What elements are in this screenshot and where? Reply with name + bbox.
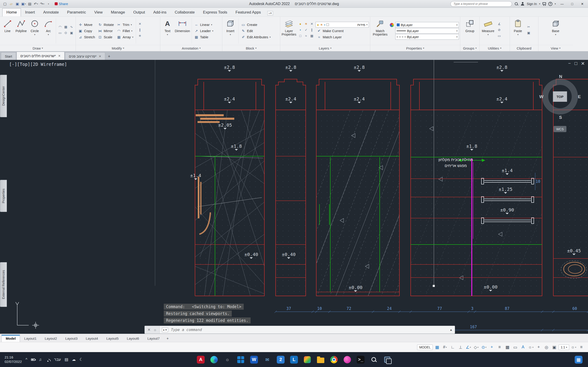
linetype-dropdown[interactable]: ByLayer▾ (395, 34, 459, 40)
linkedin-app[interactable]: L (289, 354, 299, 365)
text-button[interactable]: A Text▾ (162, 18, 173, 44)
cut-icon[interactable]: ✂ (527, 25, 530, 31)
modify-fillet-button[interactable]: ◠Fillet▾ (115, 28, 135, 34)
paste-button[interactable]: Paste▾ (511, 18, 525, 44)
start-button[interactable] (235, 354, 246, 365)
layer-walk-icon[interactable]: ∥ (311, 28, 313, 34)
media-app[interactable] (342, 354, 353, 365)
erase-icon[interactable]: ✕ (138, 22, 141, 28)
create-block-button[interactable]: ▭Create (240, 22, 272, 28)
ortho-icon[interactable]: ⊥ (457, 344, 464, 351)
plot-icon[interactable]: ▤ (27, 1, 33, 7)
utilities-panel-title[interactable]: Utilities▾ (480, 45, 510, 51)
count-icon[interactable]: ▭ (498, 34, 501, 40)
viewport-close-icon[interactable]: ✕ (581, 61, 585, 66)
layer-match-icon[interactable]: ≈ (305, 34, 307, 40)
group-button[interactable]: Group (463, 18, 477, 44)
save-as-icon[interactable]: ▣▾ (20, 1, 27, 7)
file-tab-close-icon[interactable]: ✕ (99, 55, 101, 58)
circle-button[interactable]: Circle▾ (28, 18, 41, 44)
new-file-icon[interactable]: ▢ (2, 1, 8, 7)
object-snap-icon[interactable]: ⊙▾ (481, 344, 487, 351)
modify-array-button[interactable]: ▦Array▾ (115, 34, 135, 40)
layer-isolate-icon[interactable]: ☀ (304, 22, 308, 28)
layer-freeze-icon[interactable]: ✕ (311, 22, 313, 28)
touch-keyboard-icon[interactable]: ▤ (65, 357, 68, 362)
infer-constraints-icon[interactable]: ∟ (449, 344, 456, 351)
photos-app[interactable] (302, 354, 313, 365)
view-cube-top-button[interactable]: TOP (553, 91, 567, 102)
clock[interactable]: 21:16 02/07/2022 (5, 355, 22, 364)
ribbon-tab-output[interactable]: Output (129, 8, 149, 17)
offset-icon[interactable]: ∥ (139, 28, 141, 34)
modify-trim-button[interactable]: ✂Trim▾ (115, 22, 135, 28)
layout-tab-model[interactable]: Model (1, 335, 20, 342)
file-tab[interactable]: שרטוטים חללים רטובים*✕ (17, 52, 65, 60)
sign-in-button[interactable]: Sign In (527, 2, 537, 6)
volume-icon[interactable]: ♫ (39, 357, 42, 362)
share-button[interactable]: Share (55, 2, 68, 6)
command-close-icon[interactable]: ✕ (147, 327, 150, 332)
ribbon-tab-manage[interactable]: Manage (107, 8, 129, 17)
modify-stretch-button[interactable]: ⊿Stretch (77, 34, 96, 40)
make-current-button[interactable]: ✔Make Current (316, 28, 369, 34)
measure-button[interactable]: Measure▾ (481, 18, 495, 44)
isolate-objects-icon[interactable]: ◎ (543, 344, 550, 351)
id-point-icon[interactable]: ⊘ (498, 28, 501, 34)
wifi-icon[interactable] (45, 358, 51, 361)
ribbon-display-toggle[interactable]: ▪▾ (267, 11, 273, 15)
view-cube-compass[interactable]: N W E S TOP (539, 74, 581, 120)
settings-gear-icon[interactable]: ☼▾ (570, 344, 577, 351)
match-properties-button[interactable]: Match Properties (372, 18, 389, 44)
spline-icon[interactable]: ∿ (70, 25, 73, 31)
show-hidden-icons-button[interactable]: ^ (26, 357, 27, 362)
edge-browser-app[interactable] (209, 354, 219, 365)
layout-tab-layout3[interactable]: Layout3 (61, 335, 82, 342)
calendar-app[interactable]: 2 (275, 354, 286, 365)
maximize-button[interactable]: □ (568, 1, 576, 7)
layout-tab-layout5[interactable]: Layout5 (102, 335, 123, 342)
command-line-bar[interactable]: ✕ ☼ ▸▾ ▲ (145, 326, 455, 334)
open-file-icon[interactable]: ▱ (8, 1, 14, 7)
new-drawing-tab-button[interactable]: + (106, 53, 112, 60)
drawing-canvas[interactable]: ±2.8±2.8±2.8±2.8±2.4±2.4±2.4±2.4±2.05±1.… (7, 60, 588, 334)
edit-attributes-button[interactable]: ✐Edit Attributes▾ (240, 34, 272, 40)
transparency-icon[interactable]: ▩ (504, 344, 511, 351)
ribbon-tab-featured-apps[interactable]: Featured Apps (231, 8, 265, 17)
workspace-icon[interactable]: ☼▾ (527, 344, 534, 351)
task-view-button[interactable] (382, 354, 393, 365)
lineweight-icon[interactable]: ≡ (496, 344, 503, 351)
store-app[interactable]: ▦ (573, 354, 584, 365)
layout-tab-layout6[interactable]: Layout6 (123, 335, 143, 342)
night-light-icon[interactable]: ☾ (79, 357, 83, 362)
sign-in-caret-icon[interactable]: ▾ (539, 2, 540, 5)
terminal-app[interactable]: >_ (355, 354, 366, 365)
undo-icon[interactable]: ↶▾ (33, 1, 39, 7)
layer-properties-button[interactable]: Layer Properties (281, 18, 296, 44)
object-color-dropdown[interactable]: ByLayer▾ (395, 22, 459, 28)
explode-icon[interactable]: ✳ (138, 34, 141, 40)
layers-panel-title[interactable]: Layers▾ (280, 45, 370, 51)
ellipse-icon[interactable]: ◠ (59, 25, 61, 31)
lineweight-dropdown[interactable]: ByLayer▾ (395, 28, 459, 34)
keyword-search-input[interactable] (450, 1, 512, 7)
modify-mirror-button[interactable]: ⋈Mirror (97, 28, 115, 34)
object-snap-tracking-icon[interactable]: + (488, 344, 495, 351)
command-expand-icon[interactable]: ▲ (450, 328, 455, 332)
palette-properties[interactable]: Properties (0, 180, 7, 212)
color-wheel-icon[interactable] (390, 23, 394, 27)
battery-icon[interactable] (31, 359, 35, 361)
wcs-badge[interactable]: WCS (553, 126, 566, 132)
command-tools-icon[interactable]: ☼ (153, 328, 157, 332)
modify-scale-button[interactable]: ⊡Scale (97, 34, 115, 40)
arc-button[interactable]: Arc▾ (42, 18, 55, 44)
dimension-button[interactable]: Dimension (174, 18, 190, 44)
layout-tab-layout4[interactable]: Layout4 (82, 335, 102, 342)
snap-icon[interactable]: #▾ (441, 344, 448, 351)
file-explorer-app[interactable] (315, 354, 326, 365)
ribbon-tab-collaborate[interactable]: Collaborate (171, 8, 199, 17)
search-icon[interactable] (514, 2, 519, 6)
layout-tab-layout2[interactable]: Layout2 (41, 335, 61, 342)
command-input[interactable] (168, 327, 450, 332)
word-app[interactable]: W (249, 354, 259, 365)
